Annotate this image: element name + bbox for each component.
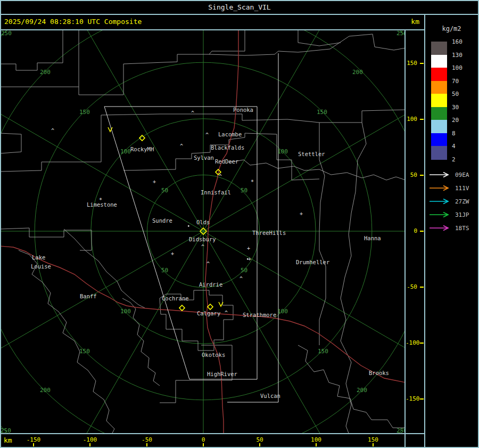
color-scale-value-label: 20 bbox=[452, 117, 459, 124]
boundary-line bbox=[64, 229, 145, 308]
plus-marker: + bbox=[248, 256, 251, 262]
bottom-axis-tick bbox=[33, 443, 34, 446]
color-scale-value-label: 8 bbox=[452, 130, 456, 137]
range-ring-label: 50 bbox=[241, 267, 247, 274]
range-ring-label: 150 bbox=[318, 348, 328, 355]
city-label: RedDeer bbox=[215, 158, 238, 165]
color-scale-box bbox=[431, 133, 447, 146]
bottom-axis-tick-label: 150 bbox=[368, 436, 378, 443]
azimuth-radial bbox=[54, 231, 203, 433]
range-ring-label: 100 bbox=[277, 148, 288, 155]
scan-timestamp: 2025/09/24 08:28:10 UTC Composite bbox=[4, 18, 142, 26]
city-label: ThreeHills bbox=[252, 230, 286, 236]
city-label: Strathmore bbox=[243, 312, 276, 318]
subheader: 2025/09/24 08:28:10 UTC Composite km bbox=[0, 15, 424, 29]
boundary-line bbox=[19, 250, 114, 433]
peak-marker: ^ bbox=[207, 261, 210, 267]
peak-marker: ^ bbox=[219, 174, 222, 180]
peak-marker: ^ bbox=[240, 276, 243, 282]
range-ring-label: 200 bbox=[40, 69, 51, 76]
city-label: Innisfail bbox=[201, 189, 231, 196]
peak-marker: ^ bbox=[201, 244, 204, 250]
bottom-axis-tick-label: -50 bbox=[142, 436, 152, 443]
boundary-line bbox=[1, 30, 79, 87]
color-scale-value-label: 30 bbox=[452, 104, 459, 111]
boundary-line bbox=[1, 133, 21, 153]
right-axis-tick-label: -150 bbox=[406, 395, 417, 402]
peak-marker: ^ bbox=[191, 110, 194, 116]
azimuth-radial bbox=[203, 231, 404, 380]
track-arrow-icon bbox=[429, 198, 450, 205]
city-label: RockyMH bbox=[130, 146, 154, 152]
city-label: Olds bbox=[196, 219, 210, 225]
track-id-label: 09EA bbox=[455, 172, 469, 178]
radar-app-window: Single_Scan_VIL 2025/09/24 08:28:10 UTC … bbox=[0, 0, 479, 448]
boundary-line bbox=[229, 160, 404, 180]
right-axis-tick bbox=[420, 231, 424, 232]
title-bar: Single_Scan_VIL bbox=[0, 0, 479, 14]
track-id-label: 27ZW bbox=[455, 198, 469, 205]
asterisk-marker: * bbox=[251, 179, 254, 185]
color-scale-value-label: 4 bbox=[452, 143, 456, 150]
radar-site-diamond-marker bbox=[208, 304, 213, 309]
frame-line bbox=[0, 433, 424, 434]
bottom-axis-tick-label: 100 bbox=[311, 436, 321, 443]
color-scale-box bbox=[431, 94, 447, 107]
km-unit-label-top: km bbox=[411, 18, 419, 26]
frame-line bbox=[424, 14, 425, 448]
city-label: Louise bbox=[31, 263, 51, 270]
color-scale-box bbox=[431, 146, 447, 159]
range-ring-label: 100 bbox=[120, 148, 131, 155]
radar-map: 5010015020025050100150200250501001502002… bbox=[1, 30, 404, 433]
range-ring-label: 50 bbox=[161, 187, 168, 194]
scan-area-outline bbox=[227, 53, 278, 402]
color-scale-box bbox=[431, 55, 447, 68]
city-label: Sylvan bbox=[194, 154, 214, 161]
right-axis-tick-label: 0 bbox=[406, 227, 417, 234]
color-scale-value-label: 100 bbox=[452, 64, 463, 71]
right-axis-tick bbox=[420, 398, 424, 400]
range-ring-label: 100 bbox=[277, 308, 288, 315]
point-marker bbox=[188, 225, 189, 227]
boundary-line bbox=[1, 110, 404, 172]
city-label: Airdrie bbox=[199, 281, 222, 288]
azimuth-radial bbox=[54, 30, 203, 231]
plus-marker: + bbox=[171, 251, 174, 257]
peak-marker: ^ bbox=[180, 143, 183, 149]
plus-marker: + bbox=[153, 179, 156, 185]
range-ring-label: 50 bbox=[241, 187, 247, 194]
plus-marker: + bbox=[247, 246, 250, 251]
city-label: Lacombe bbox=[218, 131, 242, 137]
color-scale-box bbox=[431, 68, 447, 81]
color-scale-value-label: 160 bbox=[452, 38, 463, 45]
right-axis-tick-label: 50 bbox=[406, 172, 417, 178]
storm-vector-marker bbox=[219, 302, 223, 306]
boundary-line bbox=[123, 133, 319, 180]
color-scale-box bbox=[431, 120, 447, 133]
bottom-axis-tick bbox=[259, 443, 260, 446]
track-legend-row: 31JP bbox=[429, 211, 469, 218]
city-label: Drumheller bbox=[296, 259, 329, 265]
legend-units-label: kg/m2 bbox=[425, 25, 478, 32]
city-label: HighRiver bbox=[207, 371, 237, 377]
track-legend-row: 111V bbox=[429, 184, 469, 192]
city-label: Hanna bbox=[364, 235, 381, 241]
color-scale-box bbox=[431, 107, 447, 120]
range-ring-label: 200 bbox=[40, 387, 51, 394]
range-ring-label: 250 bbox=[397, 30, 404, 37]
track-legend-row: 18TS bbox=[429, 224, 469, 232]
bottom-axis-tick bbox=[316, 443, 317, 446]
frame-line bbox=[0, 14, 479, 15]
color-scale-value-label: 70 bbox=[452, 78, 459, 85]
city-label: Okotoks bbox=[202, 352, 225, 358]
range-ring-label: 100 bbox=[120, 308, 131, 315]
right-distance-axis: 150100500-50-100-150 bbox=[406, 30, 424, 434]
city-label: Lake bbox=[32, 254, 45, 260]
color-scale-value-label: 2 bbox=[452, 156, 456, 163]
bottom-axis-tick-label: -150 bbox=[27, 436, 41, 443]
point-marker bbox=[247, 258, 249, 260]
right-axis-tick-label: 150 bbox=[406, 60, 417, 67]
right-axis-tick-label: -100 bbox=[406, 339, 417, 346]
city-label: Ponoka bbox=[233, 107, 253, 113]
azimuth-radial bbox=[1, 82, 203, 231]
